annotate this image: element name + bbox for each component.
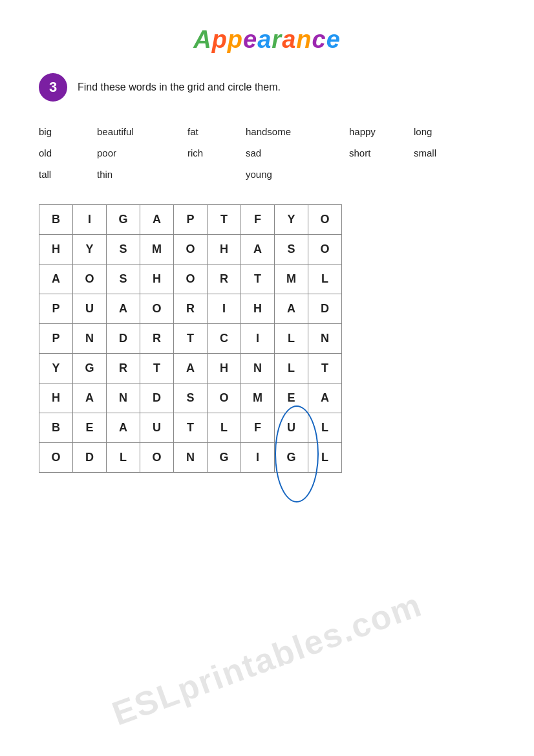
grid-cell: F: [241, 413, 275, 443]
grid-cell: I: [73, 205, 107, 235]
grid-row: YGRTAHNLT: [39, 354, 342, 383]
grid-row: HANDSOMEA: [39, 383, 342, 413]
word-thin: thin: [97, 164, 187, 185]
grid-cell: E: [73, 413, 107, 443]
grid-row: PNDRTCILN: [39, 324, 342, 354]
word-long: long: [414, 121, 472, 142]
grid-cell: M: [241, 383, 275, 413]
grid-row: BIGAPTFYO: [39, 205, 342, 235]
grid-cell: O: [39, 443, 73, 473]
grid-cell: R: [140, 324, 174, 354]
grid-cell: P: [39, 324, 73, 354]
grid-cell: H: [140, 265, 174, 294]
word-big: big: [39, 121, 97, 142]
word-spacer: [187, 164, 246, 185]
grid-cell: S: [107, 265, 140, 294]
title-text: Appearance: [193, 26, 341, 54]
grid-cell: O: [73, 265, 107, 294]
grid-cell: H: [39, 235, 73, 265]
grid-cell: R: [174, 294, 208, 324]
grid-container: BIGAPTFYOHYSMOHASOAOSHORTMLPUAORIHADPNDR…: [39, 204, 495, 473]
grid-cell: T: [241, 265, 275, 294]
grid-cell: M: [275, 265, 308, 294]
grid-cell: M: [140, 235, 174, 265]
grid-cell: N: [107, 383, 140, 413]
word-fat: fat: [187, 121, 246, 142]
grid-cell: G: [275, 443, 308, 473]
word-poor: poor: [97, 142, 187, 164]
word-sad: sad: [246, 142, 349, 164]
grid-row: PUAORIHAD: [39, 294, 342, 324]
word-list-row-1: big beautiful fat handsome happy long: [39, 121, 495, 142]
grid-cell: N: [73, 324, 107, 354]
title-container: Appearance: [39, 26, 495, 54]
word-list-row-3: tall thin young: [39, 164, 495, 185]
grid-cell: S: [107, 235, 140, 265]
grid-cell: C: [208, 324, 241, 354]
grid-cell: O: [140, 443, 174, 473]
grid-cell: D: [308, 294, 342, 324]
grid-cell: R: [107, 354, 140, 383]
grid-cell: A: [308, 383, 342, 413]
grid-cell: H: [241, 294, 275, 324]
grid-cell: A: [140, 205, 174, 235]
instruction-text: Find these words in the grid and circle …: [78, 81, 281, 93]
grid-cell: H: [208, 235, 241, 265]
grid-cell: T: [308, 354, 342, 383]
number-badge: 3: [39, 73, 67, 102]
grid-cell: S: [275, 235, 308, 265]
grid-cell: T: [140, 354, 174, 383]
grid-cell: U: [275, 413, 308, 443]
grid-cell: I: [241, 443, 275, 473]
grid-cell: N: [241, 354, 275, 383]
grid-cell: T: [208, 205, 241, 235]
grid-cell: L: [275, 354, 308, 383]
word-small: small: [414, 142, 472, 164]
word-short: short: [349, 142, 414, 164]
grid-cell: D: [73, 443, 107, 473]
grid-cell: P: [174, 205, 208, 235]
grid-cell: H: [208, 354, 241, 383]
grid-cell: G: [208, 443, 241, 473]
grid-cell: T: [174, 324, 208, 354]
watermark: ESLprintables.com: [107, 585, 427, 733]
grid-row: HYSMOHASO: [39, 235, 342, 265]
grid-cell: L: [308, 443, 342, 473]
grid-cell: B: [39, 205, 73, 235]
grid-cell: L: [308, 413, 342, 443]
grid-cell: F: [241, 205, 275, 235]
grid-cell: N: [308, 324, 342, 354]
grid-cell: L: [107, 443, 140, 473]
grid-cell: O: [308, 235, 342, 265]
grid-cell: H: [39, 383, 73, 413]
word-old: old: [39, 142, 97, 164]
grid-cell: U: [140, 413, 174, 443]
word-tall: tall: [39, 164, 97, 185]
word-young: young: [246, 164, 304, 185]
grid-cell: G: [73, 354, 107, 383]
word-search-grid: BIGAPTFYOHYSMOHASOAOSHORTMLPUAORIHADPNDR…: [39, 204, 342, 473]
grid-cell: N: [174, 443, 208, 473]
grid-cell: I: [208, 294, 241, 324]
grid-cell: A: [39, 265, 73, 294]
word-handsome: handsome: [246, 121, 349, 142]
grid-cell: D: [140, 383, 174, 413]
grid-cell: L: [275, 324, 308, 354]
grid-cell: A: [241, 235, 275, 265]
word-list: big beautiful fat handsome happy long ol…: [39, 121, 495, 185]
grid-row: AOSHORTML: [39, 265, 342, 294]
number-label: 3: [49, 79, 57, 96]
grid-cell: R: [208, 265, 241, 294]
grid-cell: E: [275, 383, 308, 413]
word-beautiful: beautiful: [97, 121, 187, 142]
grid-cell: S: [174, 383, 208, 413]
page: Appearance 3 Find these words in the gri…: [0, 0, 534, 756]
grid-cell: L: [308, 265, 342, 294]
grid-cell: G: [107, 205, 140, 235]
grid-cell: O: [174, 265, 208, 294]
grid-cell: A: [73, 383, 107, 413]
grid-cell: T: [174, 413, 208, 443]
grid-cell: D: [107, 324, 140, 354]
grid-cell: Y: [73, 235, 107, 265]
watermark-text: ESLprintables.com: [107, 585, 427, 732]
